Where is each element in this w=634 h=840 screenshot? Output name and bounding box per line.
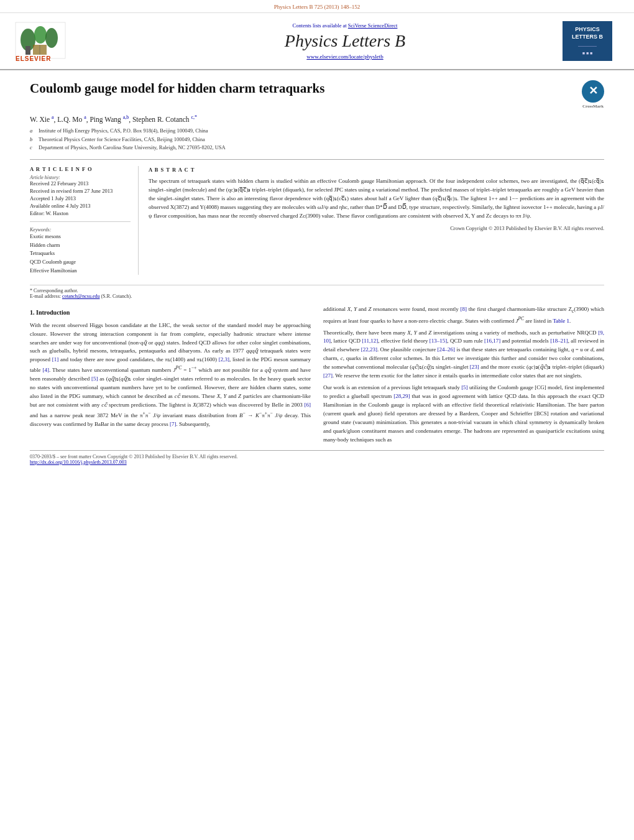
corresponding-note: * Corresponding author. xyxy=(30,288,604,293)
info-divider xyxy=(30,221,131,222)
abstract-text: The spectrum of tetraquark states with h… xyxy=(149,177,604,221)
sciverse-text: Contents lists available at xyxy=(293,22,347,29)
doi-link[interactable]: http://dx.doi.org/10.1016/j.physletb.201… xyxy=(30,459,127,465)
article-body: A R T I C L E I N F O Article history: R… xyxy=(30,159,604,275)
keyword-4: QCD Coulomb gauge xyxy=(30,258,131,267)
header-center: Contents lists available at SciVerse Sci… xyxy=(149,19,541,63)
email-address[interactable]: cotanch@ncsu.edu xyxy=(62,293,99,299)
footnote-section: * Corresponding author. E-mail address: … xyxy=(30,285,604,299)
sciverse-link[interactable]: SciVerse ScienceDirect xyxy=(348,22,398,29)
sciverse-line: Contents lists available at SciVerse Sci… xyxy=(293,22,398,29)
keyword-5: Effective Hamiltonian xyxy=(30,267,131,275)
accepted-date: Accepted 1 July 2013 xyxy=(30,195,131,201)
abstract-title: A B S T R A C T xyxy=(149,166,604,174)
keywords-list: Exotic mesons Hidden charm Tetraquarks Q… xyxy=(30,233,131,275)
editor-label: Editor: xyxy=(30,210,45,216)
elsevier-logo: ELSEVIER xyxy=(12,19,99,63)
copyright-line: Crown Copyright © 2013 Published by Else… xyxy=(149,224,604,233)
affiliations: a Institute of High Energy Physics, CAS,… xyxy=(30,127,604,152)
affiliation-b: b Theoretical Physics Center for Science… xyxy=(30,136,604,144)
header-area: ELSEVIER Contents lists available at Sci… xyxy=(0,13,634,70)
svg-rect-5 xyxy=(25,46,30,55)
aff-text-c: Department of Physics, North Carolina St… xyxy=(39,144,226,152)
keyword-1: Exotic mesons xyxy=(30,233,131,241)
journal-url[interactable]: www.elsevier.com/locate/physletb xyxy=(306,53,383,60)
email-note: (S.R. Cotanch). xyxy=(101,293,132,299)
article-title-row: Coulomb gauge model for hidden charm tet… xyxy=(30,80,604,109)
main-content: Coulomb gauge model for hidden charm tet… xyxy=(0,70,634,478)
editor-name: W. Haxton xyxy=(46,210,69,216)
keyword-3: Tetraquarks xyxy=(30,249,131,258)
editor-line: Editor: W. Haxton xyxy=(30,210,131,216)
svg-text:ELSEVIER: ELSEVIER xyxy=(16,55,51,62)
aff-letter-b: b xyxy=(30,136,36,144)
body-columns: 1. Introduction With the recent observed… xyxy=(30,305,604,448)
body-right-para1: additional X, Y and Z resonances were fo… xyxy=(323,305,604,325)
header-left: ELSEVIER xyxy=(12,19,137,63)
aff-text-a: Institute of High Energy Physics, CAS, P… xyxy=(39,127,208,135)
revised-date: Received in revised form 27 June 2013 xyxy=(30,188,131,194)
page: Physics Letters B 725 (2013) 148–152 xyxy=(0,0,634,840)
badge-line1: PHYSICS xyxy=(566,26,609,34)
keywords-label: Keywords: xyxy=(30,227,131,233)
history-label: Article history: xyxy=(30,175,131,180)
footer-doi: http://dx.doi.org/10.1016/j.physletb.201… xyxy=(30,459,604,465)
body-right-col: additional X, Y and Z resonances were fo… xyxy=(323,305,604,448)
email-line: E-mail address: cotanch@ncsu.edu (S.R. C… xyxy=(30,293,604,299)
journal-title: Physics Letters B xyxy=(285,31,405,51)
crossmark-logo: ✕ xyxy=(582,80,604,103)
body-right-para3: Our work is an extension of a previous l… xyxy=(323,384,604,445)
article-info-col: A R T I C L E I N F O Article history: R… xyxy=(30,166,139,275)
svg-point-4 xyxy=(45,28,58,48)
authors: W. Xie a, L.Q. Mo a, Ping Wang a,b, Step… xyxy=(30,116,197,123)
affiliation-a: a Institute of High Energy Physics, CAS,… xyxy=(30,127,604,135)
article-title: Coulomb gauge model for hidden charm tet… xyxy=(30,80,324,97)
svg-point-3 xyxy=(34,26,47,44)
abstract-col: A B S T R A C T The spectrum of tetraqua… xyxy=(149,166,604,275)
body-right-para2: Theoretically, there have been many X, Y… xyxy=(323,329,604,381)
header-right: PHYSICS LETTERS B ────── ■ ■ ■ xyxy=(553,19,622,63)
aff-text-b: Theoretical Physics Center for Science F… xyxy=(39,136,205,144)
footer-line1: 0370-2693/$ – see front matter Crown Cop… xyxy=(30,454,604,459)
body-left-col: 1. Introduction With the recent observed… xyxy=(30,305,311,448)
authors-line: W. Xie a, L.Q. Mo a, Ping Wang a,b, Step… xyxy=(30,114,604,123)
journal-citation: Physics Letters B 725 (2013) 148–152 xyxy=(274,4,361,10)
received-date: Received 22 February 2013 xyxy=(30,180,131,187)
journal-badge: PHYSICS LETTERS B ────── ■ ■ ■ xyxy=(563,21,612,61)
crossmark-label: CrossMark xyxy=(582,104,604,109)
aff-letter-a: a xyxy=(30,127,36,135)
article-info-title: A R T I C L E I N F O xyxy=(30,166,131,172)
footer-info: 0370-2693/$ – see front matter Crown Cop… xyxy=(30,450,604,465)
crossmark-widget[interactable]: ✕ CrossMark xyxy=(582,80,604,109)
body-left-para: With the recent observed Higgs boson can… xyxy=(30,321,311,429)
available-date: Available online 4 July 2013 xyxy=(30,203,131,209)
badge-line2: LETTERS B xyxy=(566,34,609,41)
journal-bar: Physics Letters B 725 (2013) 148–152 xyxy=(0,0,634,13)
email-label: E-mail address: xyxy=(30,293,61,299)
section1-heading: 1. Introduction xyxy=(30,308,311,318)
keyword-2: Hidden charm xyxy=(30,241,131,250)
aff-letter-c: c xyxy=(30,144,36,152)
affiliation-c: c Department of Physics, North Carolina … xyxy=(30,144,604,152)
